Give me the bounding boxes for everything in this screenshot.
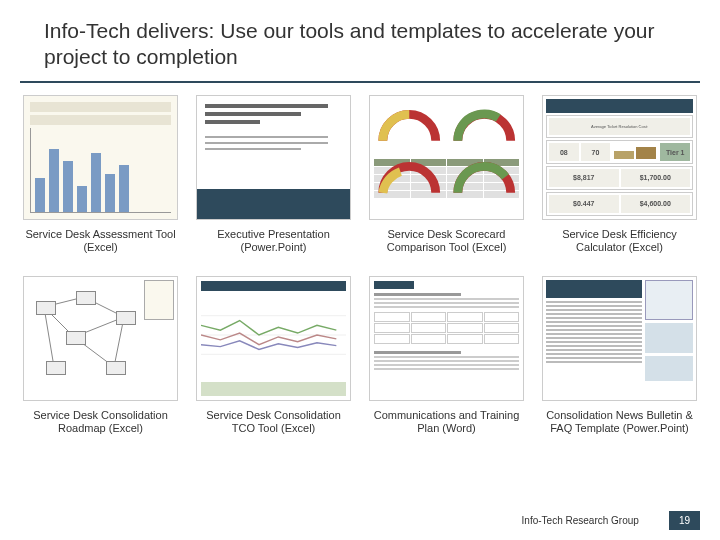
template-card: Service Desk Consolidation TCO Tool (Exc… (193, 276, 354, 449)
template-card: Consolidation News Bulletin & FAQ Templa… (539, 276, 700, 449)
thumbnail-roadmap[interactable] (23, 276, 178, 401)
template-grid: Service Desk Assessment Tool (Excel) Exe… (0, 83, 720, 449)
template-card: Executive Presentation (Power.Point) (193, 95, 354, 268)
thumbnail-assessment-tool[interactable] (23, 95, 178, 220)
template-caption: Service Desk Scorecard Comparison Tool (… (366, 228, 527, 268)
thumbnail-exec-presentation[interactable] (196, 95, 351, 220)
kpi-label: Average Ticket Resolution Cost: (591, 124, 648, 129)
slide-header: Info-Tech delivers: Use our tools and te… (20, 0, 700, 83)
template-caption: Service Desk Consolidation TCO Tool (Exc… (193, 409, 354, 449)
kpi-value: $0.447 (573, 200, 594, 207)
thumbnail-comms-plan[interactable] (369, 276, 524, 401)
template-card: Service Desk Assessment Tool (Excel) (20, 95, 181, 268)
template-card: Communications and Training Plan (Word) (366, 276, 527, 449)
bar-chart-icon (30, 128, 171, 213)
footer-org: Info-Tech Research Group (522, 515, 639, 526)
template-caption: Communications and Training Plan (Word) (366, 409, 527, 449)
line-chart-icon (201, 295, 346, 375)
template-caption: Consolidation News Bulletin & FAQ Templa… (539, 409, 700, 449)
thumbnail-news-bulletin[interactable] (542, 276, 697, 401)
kpi-value: $1,700.00 (640, 174, 671, 181)
kpi-value: Tier 1 (666, 149, 685, 156)
template-caption: Service Desk Efficiency Calculator (Exce… (539, 228, 700, 268)
thumbnail-efficiency-calc[interactable]: Average Ticket Resolution Cost: 08 70 Ti… (542, 95, 697, 220)
kpi-value: 70 (592, 149, 600, 156)
kpi-value: 08 (560, 149, 568, 156)
page-number: 19 (669, 511, 700, 530)
thumbnail-tco-tool[interactable] (196, 276, 351, 401)
template-caption: Executive Presentation (Power.Point) (193, 228, 354, 268)
thumbnail-scorecard[interactable] (369, 95, 524, 220)
slide: Info-Tech delivers: Use our tools and te… (0, 0, 720, 540)
slide-footer: Info-Tech Research Group 19 (522, 511, 700, 530)
kpi-value: $4,600.00 (640, 200, 671, 207)
template-card: Service Desk Consolidation Roadmap (Exce… (20, 276, 181, 449)
template-caption: Service Desk Consolidation Roadmap (Exce… (20, 409, 181, 449)
gauge-grid-icon (374, 100, 519, 155)
kpi-value: $8,817 (573, 174, 594, 181)
slide-title: Info-Tech delivers: Use our tools and te… (44, 18, 676, 71)
template-card: Service Desk Scorecard Comparison Tool (… (366, 95, 527, 268)
template-caption: Service Desk Assessment Tool (Excel) (20, 228, 181, 268)
template-card: Average Ticket Resolution Cost: 08 70 Ti… (539, 95, 700, 268)
